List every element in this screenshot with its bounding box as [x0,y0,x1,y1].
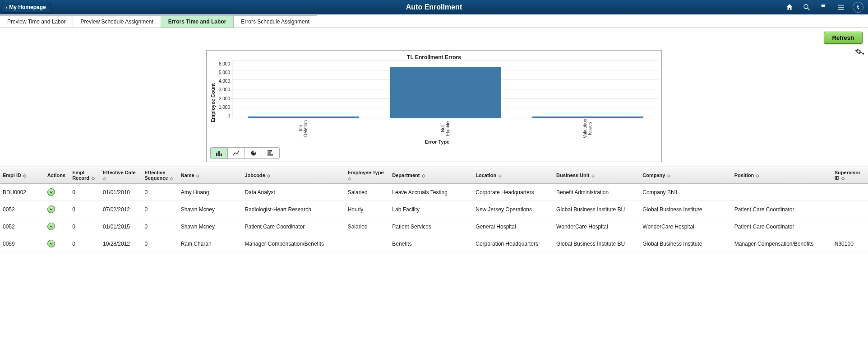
row-actions-button[interactable] [47,223,55,230]
ytick: 6,000 [219,61,230,66]
col-header[interactable]: Effective Date ◇ [100,167,142,184]
flag-icon[interactable] [817,1,830,14]
col-header[interactable]: Business Unit ◇ [554,167,640,184]
xtick-label: Validation Issues [582,119,592,138]
chart-type-pie[interactable] [245,148,262,159]
cell: Manager-Compensation/Benefits [242,235,345,252]
col-header[interactable]: Employee Type ◇ [345,167,390,184]
cell: 0 [69,201,100,218]
app-header: ‹ My Homepage Auto Enrollment [0,0,868,14]
cell: Ram Charan [178,235,242,252]
settings-menu[interactable]: ▾ [855,48,864,56]
cell: Patient Care Coordinator [732,201,832,218]
back-button[interactable]: ‹ My Homepage [3,2,51,13]
cell: Lab Facility [389,201,473,218]
row-actions-button[interactable] [47,240,55,247]
data-table: Empl ID ◇ActionsEmpl Record ◇Effective D… [0,167,868,252]
cell: BDU0002 [0,184,45,201]
cell: Patient Care Coordinator [242,218,345,235]
chart-xlabel: Error Type [216,139,659,145]
col-header[interactable]: Company ◇ [640,167,732,184]
cell: 0 [142,184,178,201]
action-bar: Refresh ▾ [0,28,868,44]
cell: WonderCare Hospital [640,218,732,235]
cell: WonderCare Hospital [554,218,640,235]
col-header[interactable]: Location ◇ [473,167,554,184]
svg-rect-8 [268,154,273,156]
svg-line-1 [808,8,810,10]
chart-type-hbar[interactable] [262,148,279,159]
xtick-label: Job Deletion [298,119,308,138]
svg-rect-7 [268,153,271,154]
col-header[interactable]: Empl ID ◇ [0,167,45,184]
chart-type-bar[interactable] [211,148,228,159]
cell: 0052 [0,201,45,218]
cell: 10/28/2012 [100,235,142,252]
chart-bar[interactable] [390,67,501,118]
chart-title: TL Enrollment Errors [210,54,658,61]
col-header[interactable]: Empl Record ◇ [69,167,100,184]
ytick: 0 [227,113,230,118]
cell: Leave Accruals Testing [389,184,473,201]
cell: 0 [69,184,100,201]
sort-icon: ◇ [348,176,351,181]
cell: N30100 [832,235,868,252]
cell: 0 [142,235,178,252]
row-actions-button[interactable] [47,205,55,213]
cell: 0 [69,235,100,252]
tab-preview-time-labor[interactable]: Preview Time and Labor [0,15,73,28]
sort-icon: ◇ [266,173,271,178]
ytick: 2,000 [219,96,230,101]
cell: 0 [69,218,100,235]
refresh-button[interactable]: Refresh [824,32,863,44]
row-actions-button[interactable] [47,188,55,196]
col-header[interactable]: Jobcode ◇ [242,167,345,184]
col-header[interactable]: Name ◇ [178,167,242,184]
chart-ylabel: Employee Count [210,61,216,145]
cell: Shawn Mcney [178,218,242,235]
chart-plot [232,61,659,118]
tab-errors-schedule[interactable]: Errors Schedule Assignment [233,15,317,28]
cell: Benefits [389,235,473,252]
table-row: BDU0002001/01/20100Amy HuangData Analyst… [0,184,868,201]
chart-panel: TL Enrollment Errors Employee Count 6,00… [206,50,662,162]
page-title: Auto Enrollment [406,3,462,11]
tabs-row: Preview Time and Labor Preview Schedule … [0,14,868,28]
cell [45,201,70,218]
nav-icon[interactable] [852,1,864,14]
cell: Hourly [345,201,390,218]
search-icon[interactable] [800,1,813,14]
cell: Amy Huang [178,184,242,201]
svg-rect-6 [268,150,272,152]
cell: Radiologist-Heart Research [242,201,345,218]
tab-preview-schedule[interactable]: Preview Schedule Assignment [73,15,161,28]
cell [832,184,868,201]
cell: 0 [142,218,178,235]
cell: Global Business Institute [640,235,732,252]
menu-icon[interactable] [835,1,847,14]
cell [832,218,868,235]
tab-errors-time-labor[interactable]: Errors Time and Labor [161,15,234,28]
cell: Data Analyst [242,184,345,201]
cell: Shawn Mcney [178,201,242,218]
cell: 0059 [0,235,45,252]
cell [832,201,868,218]
table-body: BDU0002001/01/20100Amy HuangData Analyst… [0,184,868,252]
cell: Corporation Headquarters [473,235,554,252]
cell [45,184,70,201]
cell: Global Business Institute BU [554,201,640,218]
svg-rect-3 [218,151,220,156]
sort-icon: ◇ [497,173,502,178]
col-header[interactable]: Position ◇ [732,167,832,184]
cell: 0052 [0,218,45,235]
back-label: My Homepage [9,4,46,10]
chart-bar[interactable] [532,117,643,118]
chart-type-line[interactable] [228,148,245,159]
home-icon[interactable] [783,1,796,14]
table-row: 0052001/01/20150Shawn McneyPatient Care … [0,218,868,235]
table-header-row: Empl ID ◇ActionsEmpl Record ◇Effective D… [0,167,868,184]
col-header[interactable]: Supervisor ID ◇ [832,167,868,184]
col-header[interactable]: Department ◇ [389,167,473,184]
col-header[interactable]: Effective Sequence ◇ [142,167,178,184]
chart-bar[interactable] [248,117,359,118]
